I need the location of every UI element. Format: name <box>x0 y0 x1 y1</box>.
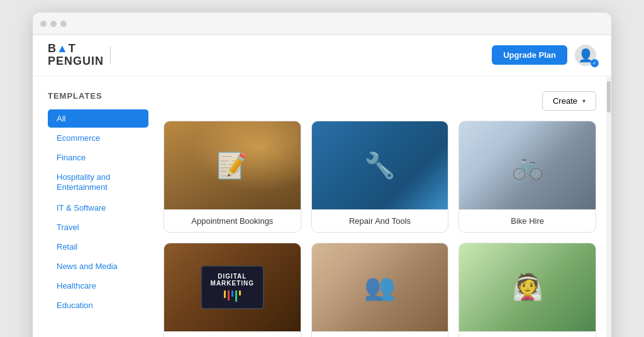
sidebar-item-news-media[interactable]: News and Media <box>48 257 148 275</box>
sidebar: TEMPLATES All Ecommerce Finance Hospital… <box>48 91 148 337</box>
create-label: Create <box>553 96 577 106</box>
sidebar-item-all[interactable]: All <box>48 109 148 128</box>
sidebar-item-healthcare[interactable]: Healthcare <box>48 277 148 295</box>
template-image-bike <box>459 121 596 209</box>
logo: B▲T PENGUIN <box>48 43 117 68</box>
template-card-wedding[interactable]: 👰 Wedding Planners <box>458 243 596 337</box>
sidebar-item-travel[interactable]: Travel <box>48 218 148 236</box>
sidebar-item-hospitality[interactable]: Hospitality and Entertainment <box>48 168 148 198</box>
content-header: Create ▾ <box>164 91 596 111</box>
scrollbar[interactable] <box>606 76 611 337</box>
avatar-check-icon: ✓ <box>591 59 599 67</box>
logo-penguin: PENGUIN <box>48 55 104 68</box>
template-label-bike: Bike Hire <box>459 209 596 232</box>
template-label-digital: Digital Marketing <box>164 331 301 337</box>
sidebar-title: TEMPLATES <box>48 91 148 101</box>
browser-dot-3 <box>60 21 67 27</box>
template-image-appointment <box>164 121 301 209</box>
avatar[interactable]: 👤 ✓ <box>575 45 596 66</box>
browser-dot-1 <box>40 21 47 27</box>
create-button[interactable]: Create ▾ <box>542 91 596 111</box>
wedding-icon: 👰 <box>512 272 543 302</box>
template-label-repair: Repair And Tools <box>312 209 448 232</box>
main-content: TEMPLATES All Ecommerce Finance Hospital… <box>33 76 611 337</box>
logo-bot: B▲T <box>48 43 104 55</box>
template-card-bike[interactable]: Bike Hire <box>458 121 596 233</box>
browser-bar <box>33 13 611 35</box>
content-area: Create ▾ Appointment Bookings Repair And… <box>164 91 596 337</box>
template-image-digital: DIGITAL MARKETING <box>164 243 301 331</box>
app-header: B▲T PENGUIN Upgrade Plan 👤 ✓ <box>33 35 611 76</box>
logo-divider <box>110 47 111 64</box>
browser-window: B▲T PENGUIN Upgrade Plan 👤 ✓ TEMPLATES A… <box>33 13 611 337</box>
sidebar-item-finance[interactable]: Finance <box>48 148 148 167</box>
sidebar-item-it-software[interactable]: IT & Software <box>48 199 148 217</box>
template-grid: Appointment Bookings Repair And Tools Bi… <box>164 121 596 337</box>
logo-text: B▲T PENGUIN <box>48 43 104 68</box>
header-right: Upgrade Plan 👤 ✓ <box>492 45 596 66</box>
template-card-appointment[interactable]: Appointment Bookings <box>164 121 301 233</box>
event-icon: 👥 <box>364 272 396 302</box>
template-image-event: 👥 <box>312 243 448 331</box>
template-label-wedding: Wedding Planners <box>459 331 596 337</box>
chevron-down-icon: ▾ <box>582 97 586 104</box>
template-image-wedding: 👰 <box>459 243 596 331</box>
template-label-appointment: Appointment Bookings <box>164 209 301 232</box>
sidebar-item-ecommerce[interactable]: Ecommerce <box>48 129 148 147</box>
template-card-digital[interactable]: DIGITAL MARKETING <box>164 243 301 337</box>
sidebar-item-retail[interactable]: Retail <box>48 238 148 256</box>
scrollbar-thumb <box>607 81 611 113</box>
upgrade-plan-button[interactable]: Upgrade Plan <box>492 45 567 65</box>
template-image-repair <box>312 121 448 209</box>
template-card-event[interactable]: 👥 Event Planners <box>311 243 449 337</box>
sidebar-item-education[interactable]: Education <box>48 296 148 314</box>
browser-dot-2 <box>50 21 57 27</box>
template-card-repair[interactable]: Repair And Tools <box>311 121 449 233</box>
template-label-event: Event Planners <box>312 331 448 337</box>
